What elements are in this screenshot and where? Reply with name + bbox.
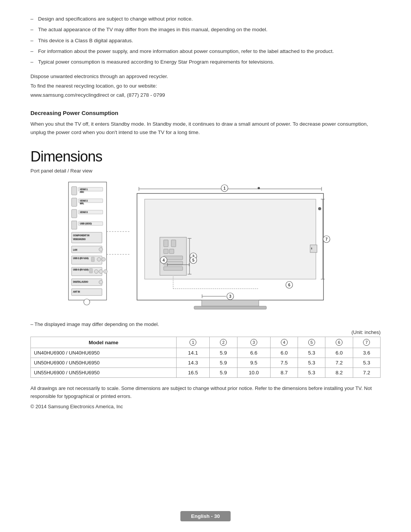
bullet-item-2: The actual appearance of the TV may diff…	[30, 26, 381, 34]
cell-value: 7.2	[353, 368, 380, 378]
svg-rect-54	[169, 249, 174, 254]
svg-rect-28	[89, 268, 92, 273]
cell-value: 5.9	[210, 348, 237, 358]
cell-value: 5.9	[210, 358, 237, 368]
svg-text:USB 2 (5V 0.5A): USB 2 (5V 0.5A)	[73, 257, 89, 259]
svg-text:ARC: ARC	[80, 191, 84, 193]
svg-rect-53	[164, 249, 168, 254]
col-2: 2	[210, 337, 237, 348]
svg-point-30	[99, 270, 103, 273]
table-row: UN40HU6900 / UN40HU695014.15.96.66.05.36…	[31, 348, 381, 358]
col-model: Model name	[31, 337, 177, 348]
svg-rect-9	[72, 209, 77, 218]
svg-text:USB 3 (5V 0.5A): USB 3 (5V 0.5A)	[73, 268, 89, 271]
svg-text:COMPONENT IN: COMPONENT IN	[73, 234, 89, 236]
cell-value: 5.3	[298, 348, 325, 358]
diagram-note: – The displayed image may differ dependi…	[30, 321, 381, 327]
copyright: © 2014 Samsung Electronics America, Inc	[30, 404, 381, 409]
svg-point-34	[99, 280, 103, 284]
footer-note: All drawings are not necessarily to scal…	[30, 385, 381, 401]
decreasing-body: When you shut the TV off, it enters Stan…	[30, 120, 381, 136]
col-1: 1	[177, 337, 210, 348]
col-6: 6	[325, 337, 353, 348]
cell-value: 7.5	[270, 358, 298, 368]
svg-rect-57	[164, 267, 183, 270]
dimensions-title: Dimensions	[30, 149, 381, 165]
page-number-badge: English - 30	[180, 511, 231, 521]
cell-value: 7.2	[325, 358, 353, 368]
cell-value: 14.1	[177, 348, 210, 358]
diagram-area: HDMI 1 ARC HDMI 2 MHL HDMI 3 USB (HDD) C…	[30, 178, 381, 315]
svg-rect-51	[164, 240, 168, 247]
cell-model: UN55HU6900 / UN55HU6950	[31, 368, 177, 378]
col-7: 7	[353, 337, 380, 348]
cell-value: 6.0	[325, 348, 353, 358]
svg-point-25	[102, 257, 105, 261]
table-header-row: Model name 1 2 3 4 5 6 7	[31, 337, 381, 348]
svg-text:HDMI 3: HDMI 3	[80, 211, 88, 213]
recycle-line1: Dispose unwanted electronics through an …	[30, 73, 381, 80]
bullet-list: Design and specifications are subject to…	[30, 15, 381, 66]
svg-point-37	[84, 299, 90, 305]
bullet-item-3: This device is a Class B digital apparat…	[30, 37, 381, 45]
col-3: 3	[237, 337, 270, 348]
svg-text:4: 4	[162, 258, 165, 262]
cell-value: 6.0	[270, 348, 298, 358]
cell-value: 8.2	[325, 368, 353, 378]
svg-point-20	[99, 248, 103, 251]
svg-text:USB (HDD): USB (HDD)	[80, 222, 92, 225]
svg-text:⬇: ⬇	[311, 247, 313, 250]
svg-rect-48	[202, 300, 259, 306]
svg-text:6: 6	[288, 283, 290, 287]
col-4: 4	[270, 337, 298, 348]
svg-text:LAN: LAN	[73, 249, 77, 251]
svg-text:3: 3	[229, 294, 231, 299]
bullet-item-4: For information about the power supply, …	[30, 48, 381, 55]
cell-model: UN40HU6900 / UN40HU6950	[31, 348, 177, 358]
diagram-label: Port panel detail / Rear view	[30, 168, 381, 174]
svg-rect-5	[72, 198, 77, 206]
cell-value: 5.3	[298, 358, 325, 368]
svg-text:VIDEO/AUDIO: VIDEO/AUDIO	[73, 238, 86, 240]
cell-value: 6.6	[237, 348, 270, 358]
svg-point-29	[94, 270, 98, 273]
svg-text:7: 7	[325, 237, 328, 241]
page-footer: English - 30	[0, 511, 411, 521]
cell-value: 8.7	[270, 368, 298, 378]
cell-value: 5.3	[353, 358, 380, 368]
cell-value: 5.3	[298, 368, 325, 378]
svg-point-83	[318, 207, 321, 210]
svg-rect-1	[72, 187, 77, 195]
cell-value: 14.3	[177, 358, 210, 368]
svg-text:HDMI 2: HDMI 2	[80, 200, 88, 202]
svg-text:ANT IN: ANT IN	[73, 291, 80, 293]
svg-text:5: 5	[192, 258, 194, 262]
table-row: UN55HU6900 / UN55HU695016.55.910.08.75.3…	[31, 368, 381, 378]
unit-text: (Unit: inches)	[30, 329, 381, 335]
svg-point-46	[258, 187, 260, 189]
bullet-item-5: Typical power consumption is measured ac…	[30, 58, 381, 66]
recycle-line3: www.samsung.com/recyclingdirect or call,…	[30, 91, 381, 99]
cell-value: 3.6	[353, 348, 380, 358]
cell-value: 5.9	[210, 368, 237, 378]
dimensions-diagram: HDMI 1 ARC HDMI 2 MHL HDMI 3 USB (HDD) C…	[30, 178, 331, 315]
decreasing-title: Decreasing Power Consumption	[30, 110, 381, 116]
bullet-item-1: Design and specifications are subject to…	[30, 15, 381, 23]
svg-rect-49	[194, 306, 266, 309]
svg-rect-52	[171, 240, 176, 247]
cell-value: 16.5	[177, 368, 210, 378]
svg-text:MHL: MHL	[80, 202, 84, 204]
svg-rect-23	[91, 257, 94, 262]
svg-text:1: 1	[223, 186, 226, 190]
svg-rect-12	[72, 221, 77, 229]
svg-text:DIGITAL AUDIO: DIGITAL AUDIO	[73, 281, 88, 283]
recycle-line2: To find the nearest recycling location, …	[30, 82, 381, 90]
svg-point-31	[104, 270, 107, 273]
table-row: UN50HU6900 / UN50HU695014.35.99.57.55.37…	[31, 358, 381, 368]
cell-value: 9.5	[237, 358, 270, 368]
dimensions-table: Model name 1 2 3 4 5 6 7 UN40HU6900 / UN…	[30, 337, 381, 378]
svg-text:HDMI 1: HDMI 1	[80, 188, 88, 190]
cell-model: UN50HU6900 / UN50HU6950	[31, 358, 177, 368]
cell-value: 10.0	[237, 368, 270, 378]
col-5: 5	[298, 337, 325, 348]
